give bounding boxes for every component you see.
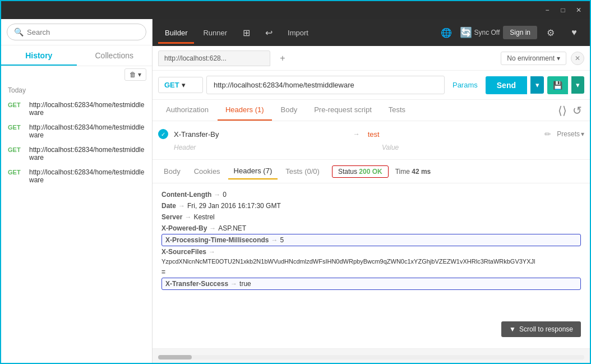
list-item[interactable]: GET http://localhost:62834/home/testmidd…: [1, 142, 152, 165]
request-tabs: Authorization Headers (1) Body Pre-reque…: [153, 100, 590, 121]
resp-key: Content-Length: [161, 191, 211, 199]
tab-collections[interactable]: Collections: [77, 45, 153, 66]
resp-row-server: Server → Kestrel: [161, 211, 581, 223]
send-button[interactable]: Send: [486, 76, 527, 94]
resp-row-content-length: Content-Length → 0: [161, 189, 581, 200]
header-key: X-Transfer-By: [174, 130, 345, 139]
scrollbar-thumb[interactable]: [158, 355, 192, 360]
horizontal-scrollbar[interactable]: [158, 355, 584, 360]
send-dropdown-button[interactable]: ▾: [530, 76, 544, 94]
runner-button[interactable]: Runner: [196, 25, 234, 40]
status-text: OK: [372, 168, 382, 176]
sync-icon: 🔄: [460, 26, 472, 39]
history-url: http://localhost:62834/home/testmiddlewa…: [29, 123, 145, 139]
status-badge: Status 200 OK: [332, 165, 389, 178]
sidebar: 🔍 History Collections 🗑 ▾ Today GET http…: [1, 19, 153, 364]
new-tab-icon[interactable]: ⊞: [236, 22, 256, 43]
section-label: Today: [1, 83, 152, 98]
header-edit-button[interactable]: ✏: [544, 130, 551, 139]
search-input[interactable]: [27, 28, 139, 36]
history-url: http://localhost:62834/home/testmiddlewa…: [29, 168, 145, 184]
header-checkbox[interactable]: ✓: [158, 129, 168, 139]
request-bar: GET ▾ Params Send ▾ 💾 ▾: [153, 71, 590, 100]
close-button[interactable]: ✕: [572, 3, 585, 17]
resp-row-powered-by: X-Powered-By → ASP.NET: [161, 223, 581, 234]
heart-icon[interactable]: ♥: [564, 22, 584, 43]
arrow-icon: →: [178, 202, 185, 210]
env-close-button[interactable]: ✕: [571, 52, 584, 65]
resp-value: Kestrel: [193, 213, 214, 221]
builder-button[interactable]: Builder: [158, 25, 194, 40]
arrow-icon: →: [209, 248, 215, 256]
scroll-to-response-button[interactable]: ▼ Scroll to response: [501, 321, 581, 337]
resp-key: Server: [161, 213, 182, 221]
tab-tests[interactable]: Tests: [381, 100, 413, 121]
save-dropdown-button[interactable]: ▾: [571, 76, 584, 94]
resp-tab-body[interactable]: Body: [158, 164, 186, 179]
tab-history[interactable]: History: [1, 45, 77, 66]
resp-tab-tests[interactable]: Tests (0/0): [280, 164, 325, 179]
arrow-icon: →: [230, 280, 237, 288]
tab-headers[interactable]: Headers (1): [218, 100, 272, 121]
method-selector[interactable]: GET ▾: [158, 77, 203, 93]
resp-row-equals: =: [161, 266, 581, 278]
refresh-icon[interactable]: ↺: [570, 104, 584, 117]
tab-url-text: http://localhost:628...: [164, 54, 227, 62]
toolbar-right: 🌐 🔄 Sync Off Sign in ⚙ ♥: [436, 22, 585, 43]
list-item[interactable]: GET http://localhost:62834/home/testmidd…: [1, 120, 152, 142]
resp-tab-cookies[interactable]: Cookies: [188, 164, 226, 179]
chevron-down-icon: ▼: [509, 325, 516, 333]
response-area: Body Cookies Headers (7) Tests (0/0) Sta…: [153, 160, 590, 364]
arrow-icon: →: [209, 224, 216, 232]
save-button[interactable]: 💾: [547, 76, 568, 94]
settings-icon[interactable]: ⚙: [541, 22, 561, 43]
presets-label: Presets: [557, 130, 580, 138]
header-row: ✓ X-Transfer-By → test ✏ Presets ▾: [158, 127, 584, 141]
maximize-button[interactable]: □: [556, 3, 570, 17]
add-tab-button[interactable]: +: [275, 50, 290, 66]
delete-history-button[interactable]: 🗑 ▾: [124, 68, 146, 81]
url-input[interactable]: [206, 76, 445, 94]
import-icon[interactable]: ↩: [258, 22, 279, 43]
headers-area: ✓ X-Transfer-By → test ✏ Presets ▾ Heade…: [153, 121, 590, 160]
list-item[interactable]: GET http://localhost:62834/home/testmidd…: [1, 165, 152, 187]
search-box[interactable]: 🔍: [7, 24, 146, 40]
tab-authorization[interactable]: Authorization: [158, 100, 216, 121]
arrow-icon: →: [214, 191, 220, 199]
resp-row-processing-time: X-Processing-Time-Milliseconds → 5: [161, 234, 581, 246]
resp-row-transfer-success: X-Transfer-Success → true: [161, 278, 581, 290]
resp-row-date: Date → Fri, 29 Jan 2016 16:17:30 GMT: [161, 200, 581, 211]
method-badge: GET: [8, 168, 25, 176]
sidebar-search: 🔍: [1, 19, 152, 45]
resp-value: 0: [223, 191, 227, 199]
history-url: http://localhost:62834/home/testmiddlewa…: [29, 101, 145, 117]
response-tabs: Body Cookies Headers (7) Tests (0/0) Sta…: [153, 160, 590, 183]
title-bar: − □ ✕: [1, 1, 590, 19]
tab-body[interactable]: Body: [273, 100, 306, 121]
resp-tab-headers[interactable]: Headers (7): [228, 163, 278, 179]
params-button[interactable]: Params: [448, 81, 482, 89]
main-layout: 🔍 History Collections 🗑 ▾ Today GET http…: [1, 19, 590, 364]
presets-button[interactable]: Presets ▾: [557, 130, 584, 138]
current-tab[interactable]: http://localhost:628...: [158, 50, 270, 66]
response-content-wrapper: Content-Length → 0 Date → Fri, 29 Jan 20…: [153, 183, 590, 348]
import-button[interactable]: Import: [281, 25, 315, 40]
resp-key: X-Transfer-Success: [165, 280, 228, 288]
resp-key: Date: [161, 202, 176, 210]
globe-icon[interactable]: 🌐: [436, 22, 456, 43]
header-placeholder-row: Header Value: [174, 141, 584, 154]
arrow-icon: →: [353, 130, 360, 138]
resp-key: =: [161, 268, 165, 276]
sync-label: Sync Off: [474, 29, 500, 36]
tab-prerequest[interactable]: Pre-request script: [306, 100, 380, 121]
right-panel: Builder Runner ⊞ ↩ Import 🌐 🔄 Sync Off S…: [153, 19, 590, 364]
list-item[interactable]: GET http://localhost:62834/home/testmidd…: [1, 98, 152, 120]
header-value-placeholder: Value: [382, 144, 584, 151]
resp-key: X-Processing-Time-Milliseconds: [165, 236, 269, 244]
minimize-button[interactable]: −: [541, 3, 554, 17]
signin-button[interactable]: Sign in: [503, 26, 537, 39]
env-selector[interactable]: No environment ▾: [501, 52, 566, 65]
code-icon[interactable]: ⟨⟩: [556, 104, 569, 117]
url-bar: http://localhost:628... + No environment…: [153, 46, 590, 71]
time-info: Time 42 ms: [395, 168, 431, 176]
